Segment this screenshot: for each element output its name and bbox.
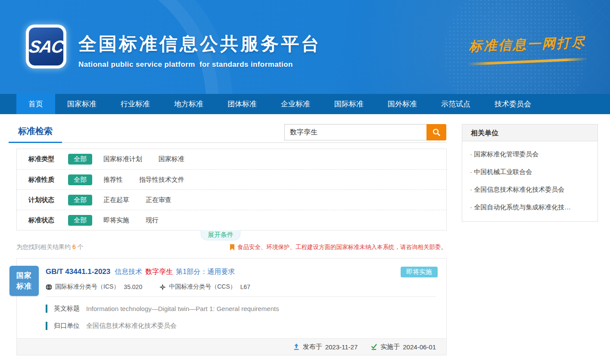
implemented-label: 实施于 xyxy=(380,343,400,351)
nav-item-international-standards[interactable]: 国际标准 xyxy=(322,94,376,114)
slogan-text: 标准信息一网打尽 xyxy=(468,33,598,56)
published-label: 发布于 xyxy=(303,343,322,351)
filter-option[interactable]: 推荐性 xyxy=(103,176,123,184)
results-count: 6 xyxy=(72,243,76,250)
card-header: GB/T 43441.1-2023信息技术数字孪生第1部分：通用要求 即将实施 xyxy=(46,258,446,277)
related-units-panel: 相关单位 国家标准化管理委员会 中国机械工业联合会 全国信息技术标准化技术委员会… xyxy=(462,124,598,222)
filter-label: 标准性质 xyxy=(28,176,68,184)
type-badge-line1: 国家 xyxy=(16,270,32,281)
ics-label: 国际标准分类号（ICS） xyxy=(55,283,119,291)
status-badge: 即将实施 xyxy=(401,267,438,277)
system-notice: 食品安全、环境保护、工程建设方面的国家标准未纳入本系统，请咨询相关部委。 xyxy=(230,243,447,251)
main-nav: 首页 国家标准 行业标准 地方标准 团体标准 企业标准 国际标准 国外标准 示范… xyxy=(0,94,610,114)
detail-row-committee: 归口单位 全国信息技术标准化技术委员会 xyxy=(46,320,446,331)
nav-item-technical-committees[interactable]: 技术委员会 xyxy=(482,94,543,114)
filter-all-badge[interactable]: 全部 xyxy=(68,154,92,165)
nav-item-national-standards[interactable]: 国家标准 xyxy=(55,94,109,114)
filter-option[interactable]: 国家标准 xyxy=(159,155,184,163)
result-title-link[interactable]: GB/T 43441.1-2023信息技术数字孪生第1部分：通用要求 xyxy=(46,268,238,277)
title-part2: 第1部分：通用要求 xyxy=(176,268,235,275)
filter-option[interactable]: 即将实施 xyxy=(103,216,129,224)
compass-icon xyxy=(159,284,166,290)
nav-item-industry-standards[interactable]: 行业标准 xyxy=(109,94,162,114)
related-unit-item[interactable]: 全国自动化系统与集成标准化技… xyxy=(469,199,591,216)
results-summary-row: 为您找到相关结果约6个 食品安全、环境保护、工程建设方面的国家标准未纳入本系统，… xyxy=(16,243,447,251)
filter-label: 标准类型 xyxy=(28,155,68,163)
nav-item-pilot-demonstration[interactable]: 示范试点 xyxy=(429,94,482,114)
ccs-label: 中国标准分类号（CCS） xyxy=(169,283,236,291)
sac-logo[interactable]: SAC xyxy=(26,25,66,68)
notice-text: 食品安全、环境保护、工程建设方面的国家标准未纳入本系统，请咨询相关部委。 xyxy=(237,243,447,251)
filter-row-standard-nature: 标准性质 全部 推荐性 指导性技术文件 xyxy=(17,169,446,190)
search-icon xyxy=(432,128,441,137)
search-input[interactable] xyxy=(284,124,426,140)
standard-type-badge: 国家 标准 xyxy=(9,266,39,296)
implemented-date-item: 实施于 2024-06-01 xyxy=(370,343,436,351)
detail-value: 全国信息技术标准化技术委员会 xyxy=(86,322,177,330)
nav-item-group-standards[interactable]: 团体标准 xyxy=(215,94,269,114)
site-subtitle: National public service platform for sta… xyxy=(78,60,321,69)
teal-bar-decoration xyxy=(46,322,47,330)
nav-item-enterprise-standards[interactable]: 企业标准 xyxy=(269,94,322,114)
filter-row-plan-status: 计划状态 全部 正在起草 正在审查 xyxy=(17,190,446,210)
result-card: 国家 标准 GB/T 43441.1-2023信息技术数字孪生第1部分：通用要求… xyxy=(16,258,447,355)
ccs-value: L67 xyxy=(240,283,250,290)
card-meta-row: 国际标准分类号（ICS） 35.020 中国标准分类号（CCS） L67 xyxy=(46,283,446,291)
results-summary: 为您找到相关结果约6个 xyxy=(16,243,84,251)
teal-bar-decoration xyxy=(46,305,47,313)
page: SAC 全国标准信息公共服务平台 National public service… xyxy=(0,0,610,364)
sac-logo-inner: SAC xyxy=(29,28,63,65)
detail-label: 英文标题 xyxy=(54,305,80,313)
publish-upload-icon xyxy=(293,343,300,350)
related-units-title: 相关单位 xyxy=(462,124,598,141)
expand-conditions-button[interactable]: 展开条件 xyxy=(201,230,240,240)
filter-option[interactable]: 正在起草 xyxy=(103,196,129,204)
filter-option[interactable]: 现行 xyxy=(146,216,159,224)
filter-option[interactable]: 国家标准计划 xyxy=(103,155,142,163)
bookmark-icon xyxy=(230,244,234,251)
globe-icon xyxy=(46,284,52,290)
summary-suffix: 个 xyxy=(78,243,84,250)
main-column: 标准检索 标准类型 全部 xyxy=(16,121,447,355)
filter-all-badge[interactable]: 全部 xyxy=(68,215,92,226)
content-area: 标准检索 标准类型 全部 xyxy=(0,114,610,355)
detail-label: 归口单位 xyxy=(54,322,80,330)
standard-code: GB/T 43441.1-2023 xyxy=(46,268,110,276)
tab-standard-search[interactable]: 标准检索 xyxy=(9,125,62,143)
search-section: 标准检索 xyxy=(16,121,447,143)
card-divider xyxy=(46,296,436,297)
card-footer: 发布于 2023-11-27 实施于 2024-06-01 xyxy=(17,338,446,355)
header-slogan: 标准信息一网打尽 xyxy=(469,35,598,63)
nav-item-local-standards[interactable]: 地方标准 xyxy=(162,94,215,114)
implement-check-icon xyxy=(370,343,377,350)
filter-all-badge[interactable]: 全部 xyxy=(68,195,92,205)
related-unit-item[interactable]: 国家标准化管理委员会 xyxy=(469,146,591,163)
title-part1: 信息技术 xyxy=(115,268,142,275)
sac-logo-text: SAC xyxy=(28,37,65,56)
filter-panel: 标准类型 全部 国家标准计划 国家标准 标准性质 全部 推荐性 指导性技术文件 xyxy=(16,149,447,230)
type-badge-line2: 标准 xyxy=(16,281,32,292)
filter-option[interactable]: 指导性技术文件 xyxy=(139,176,184,184)
published-date-item: 发布于 2023-11-27 xyxy=(293,343,358,351)
detail-value: Information technology—Digital twin—Part… xyxy=(86,305,279,312)
nav-item-foreign-standards[interactable]: 国外标准 xyxy=(376,94,429,114)
search-button[interactable] xyxy=(426,124,446,140)
site-title: 全国标准信息公共服务平台 xyxy=(78,32,321,56)
site-title-block: 全国标准信息公共服务平台 National public service pla… xyxy=(78,32,321,69)
summary-prefix: 为您找到相关结果约 xyxy=(16,243,71,250)
related-unit-item[interactable]: 全国信息技术标准化技术委员会 xyxy=(469,181,591,199)
filter-option[interactable]: 正在审查 xyxy=(146,196,171,204)
ics-value: 35.020 xyxy=(124,283,142,290)
search-box xyxy=(284,124,446,140)
site-header: SAC 全国标准信息公共服务平台 National public service… xyxy=(0,0,610,94)
related-unit-item[interactable]: 中国机械工业联合会 xyxy=(469,163,591,181)
implemented-date: 2024-06-01 xyxy=(403,343,436,351)
nav-item-home[interactable]: 首页 xyxy=(16,94,55,114)
filter-label: 标准状态 xyxy=(28,216,68,224)
title-highlight: 数字孪生 xyxy=(145,268,173,275)
filter-all-badge[interactable]: 全部 xyxy=(68,174,92,185)
related-units-list: 国家标准化管理委员会 中国机械工业联合会 全国信息技术标准化技术委员会 全国自动… xyxy=(462,141,598,221)
filter-label: 计划状态 xyxy=(28,196,68,204)
filter-row-standard-status: 标准状态 全部 即将实施 现行 xyxy=(17,210,446,230)
filter-row-standard-type: 标准类型 全部 国家标准计划 国家标准 xyxy=(17,149,446,169)
